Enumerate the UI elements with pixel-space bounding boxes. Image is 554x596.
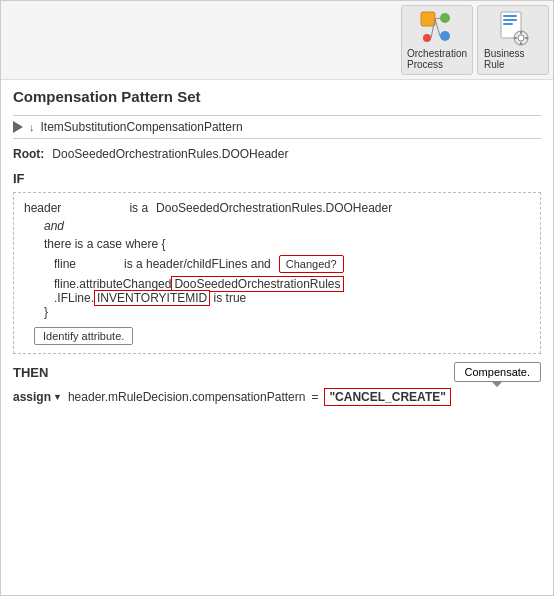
then-row: THEN Compensate. <box>13 362 541 382</box>
identify-attribute-button[interactable]: Identify attribute. <box>34 327 133 345</box>
compensate-wrapper: Compensate. <box>454 362 541 382</box>
pattern-row: ↓ ItemSubstitutionCompensationPattern <box>13 115 541 139</box>
close-brace-line: } <box>44 305 530 319</box>
fline-attr-prefix: fline.attributeChanged <box>54 277 171 291</box>
fline-attr-suffix: is true <box>210 291 246 305</box>
orchestration-process-label: Orchestration Process <box>407 48 467 70</box>
svg-rect-16 <box>525 37 528 39</box>
is-header-text: is a header/childFLines and <box>124 257 271 271</box>
there-is-text: there is a case where { <box>44 237 165 251</box>
business-rule-label: Business Rule <box>484 48 542 70</box>
svg-rect-9 <box>503 19 517 21</box>
fline-attr-row: fline.attributeChangedDooSeededOrchestra… <box>54 277 530 291</box>
compensate-label: Compensate. <box>465 366 530 378</box>
fline-attr-line2-prefix: .IFLine. <box>54 291 94 305</box>
svg-rect-8 <box>503 15 517 17</box>
content-area: Compensation Pattern Set ↓ ItemSubstitut… <box>1 80 553 595</box>
and-keyword: and <box>44 219 64 233</box>
assign-row: assign ▼ header.mRuleDecision.compensati… <box>13 388 541 406</box>
header-type: DooSeededOrchestrationRules.DOOHeader <box>156 201 392 215</box>
expand-arrow-icon[interactable]: ↓ <box>29 121 35 133</box>
is-a-keyword: is a <box>129 201 148 215</box>
header-condition-line: header is a DooSeededOrchestrationRules.… <box>24 201 530 215</box>
svg-rect-0 <box>421 12 435 26</box>
assign-label: assign <box>13 390 51 404</box>
and-line: and <box>44 219 530 233</box>
toolbar: Orchestration Process <box>1 1 553 80</box>
there-is-case-line: there is a case where { <box>44 237 530 251</box>
equals-sign: = <box>311 390 318 404</box>
assign-value: "CANCEL_CREATE" <box>324 388 451 406</box>
header-keyword: header <box>24 201 61 215</box>
then-label: THEN <box>13 365 48 380</box>
page-title: Compensation Pattern Set <box>13 88 541 105</box>
if-section: header is a DooSeededOrchestrationRules.… <box>13 192 541 354</box>
assign-variable: header.mRuleDecision.compensationPattern <box>68 390 305 404</box>
changed-button[interactable]: Changed? <box>279 255 344 273</box>
root-row: Root: DooSeededOrchestrationRules.DOOHea… <box>13 147 541 161</box>
fline-keyword: fline <box>54 257 76 271</box>
if-header: IF <box>13 171 541 186</box>
svg-line-4 <box>435 19 440 36</box>
close-brace: } <box>44 305 48 319</box>
svg-rect-13 <box>520 31 522 34</box>
fline-attr-line2: .IFLine.INVENTORYITEMID is true <box>54 291 530 305</box>
svg-point-12 <box>518 35 524 41</box>
root-label: Root: <box>13 147 44 161</box>
svg-rect-14 <box>520 42 522 45</box>
orchestration-process-button[interactable]: Orchestration Process <box>401 5 473 75</box>
fline-attr-highlight2: INVENTORYITEMID <box>94 290 210 306</box>
svg-line-3 <box>435 18 440 19</box>
assign-dropdown-arrow-icon: ▼ <box>53 392 62 402</box>
main-container: Orchestration Process <box>0 0 554 596</box>
compensate-button[interactable]: Compensate. <box>454 362 541 382</box>
svg-rect-10 <box>503 23 513 25</box>
assign-dropdown[interactable]: assign ▼ <box>13 390 62 404</box>
identify-btn-wrapper: Identify attribute. <box>34 323 530 345</box>
fline-line: fline is a header/childFLines and Change… <box>54 255 530 273</box>
svg-point-5 <box>423 34 431 42</box>
pattern-name: ItemSubstitutionCompensationPattern <box>41 120 243 134</box>
orchestration-process-icon <box>419 10 455 46</box>
svg-point-2 <box>440 31 450 41</box>
business-rule-button[interactable]: Business Rule <box>477 5 549 75</box>
root-value: DooSeededOrchestrationRules.DOOHeader <box>52 147 288 161</box>
business-rule-icon <box>495 10 531 46</box>
svg-point-1 <box>440 13 450 23</box>
svg-rect-15 <box>514 37 517 39</box>
fline-block: fline is a header/childFLines and Change… <box>54 255 530 305</box>
collapse-icon[interactable] <box>13 121 23 133</box>
